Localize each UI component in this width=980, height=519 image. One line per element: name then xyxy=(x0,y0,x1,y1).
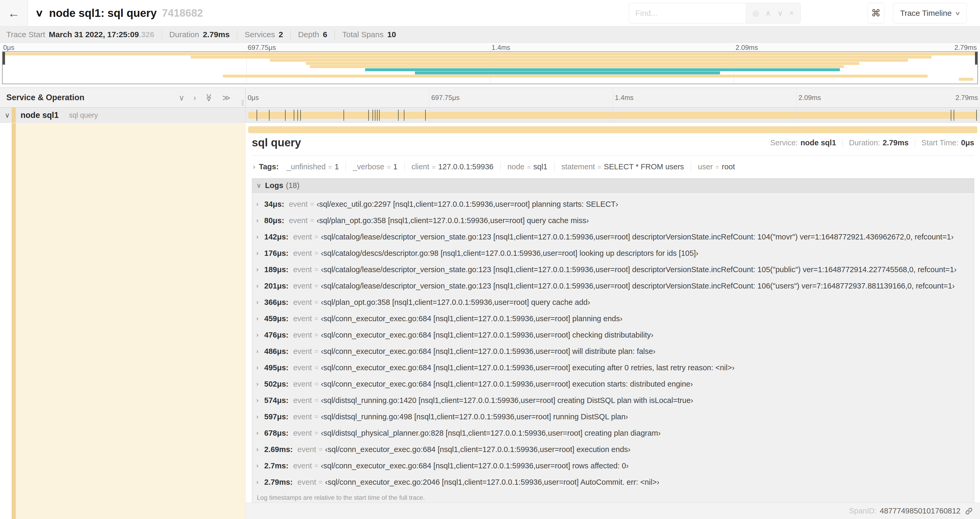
log-entry[interactable]: ›597μs:event=‹sql/distsql_running.go:498… xyxy=(256,409,971,425)
tag-item[interactable]: user=root xyxy=(698,163,735,171)
chevron-right-icon: › xyxy=(256,217,263,224)
log-entry[interactable]: ›34μs:event=‹sql/exec_util.go:2297 [nsql… xyxy=(256,196,971,212)
span-detail-accent-background xyxy=(16,123,245,519)
minimap-span-row xyxy=(3,68,977,71)
minimap-tick-label: 1.4ms xyxy=(492,43,510,52)
focus-match-icon[interactable]: ◎ xyxy=(752,9,759,18)
find-input[interactable] xyxy=(629,3,746,23)
minimap-span-row xyxy=(3,53,977,55)
log-entry[interactable]: ›476μs:event=‹sql/conn_executor_exec.go:… xyxy=(256,327,971,343)
tag-item[interactable]: statement=SELECT * FROM users xyxy=(562,163,684,171)
log-field-value: ‹sql/catalog/lease/descriptor_version_st… xyxy=(321,265,956,274)
log-timestamp: 486μs: xyxy=(264,347,288,356)
chevron-right-icon: › xyxy=(256,380,263,388)
log-field-name: event xyxy=(293,462,312,470)
log-entry[interactable]: ›189μs:event=‹sql/catalog/lease/descript… xyxy=(256,261,971,278)
log-field-value: ‹sql/plan_opt.go:358 [nsql1,client=127.0… xyxy=(321,298,590,307)
span-color-stripe xyxy=(11,108,16,123)
log-entry[interactable]: ›502μs:event=‹sql/conn_executor_exec.go:… xyxy=(256,376,971,392)
tag-item[interactable]: client=127.0.0.1:59936 xyxy=(412,163,493,171)
tag-item[interactable]: _verbose=1 xyxy=(353,163,397,171)
tag-key: user xyxy=(698,163,713,171)
log-timestamp: 2.69ms: xyxy=(264,445,293,454)
minimap-span-row xyxy=(3,59,977,62)
prev-result-icon[interactable]: ∧ xyxy=(765,9,771,18)
trace-info-label: Depth xyxy=(298,30,319,39)
keyboard-shortcuts-button[interactable]: ⌘ xyxy=(867,3,885,24)
chevron-right-icon: › xyxy=(256,446,263,453)
clear-search-icon[interactable]: × xyxy=(789,9,794,18)
log-entry[interactable]: ›2.69ms:event=‹sql/conn_executor_exec.go… xyxy=(256,441,971,458)
trace-info-item: Services2 xyxy=(245,30,283,39)
back-button[interactable]: ← xyxy=(0,0,28,26)
log-entry[interactable]: ›459μs:event=‹sql/conn_executor_exec.go:… xyxy=(256,310,971,327)
ruler-tick-label: 2.79ms xyxy=(956,94,978,102)
log-timestamp: 366μs: xyxy=(264,298,288,307)
timeline-ruler: 0μs697.75μs1.4ms2.09ms2.79ms xyxy=(245,88,980,107)
span-log-tick xyxy=(285,110,286,121)
log-entry[interactable]: ›2.7ms:event=‹sql/conn_executor_exec.go:… xyxy=(256,458,971,474)
log-field-value: ‹sql/distsql_running.go:1420 [nsql1,clie… xyxy=(321,396,694,405)
timeline-gridline xyxy=(429,88,430,107)
log-field-name: event xyxy=(298,478,316,487)
minimap-canvas[interactable] xyxy=(2,51,978,84)
log-field-name: event xyxy=(293,331,312,339)
log-field-name: event xyxy=(293,363,312,372)
collapse-one-icon[interactable]: ∨ xyxy=(178,93,185,102)
span-id-label: SpanID: xyxy=(849,506,877,515)
minimap-span-bar xyxy=(3,53,977,55)
expand-one-icon[interactable]: › xyxy=(193,93,196,102)
tags-section[interactable]: › Tags: _unfinished=1_verbose=1client=12… xyxy=(252,161,974,172)
trace-info-label: Services xyxy=(245,30,275,39)
log-equals: = xyxy=(315,348,318,355)
log-equals: = xyxy=(315,266,318,273)
log-equals: = xyxy=(319,446,323,453)
deep-link-icon[interactable] xyxy=(965,507,973,515)
log-entry[interactable]: ›2.79ms:event=‹sql/conn_executor_exec.go… xyxy=(256,474,971,490)
trace-collapse-icon[interactable]: ∨ xyxy=(35,8,44,19)
chevron-right-icon: › xyxy=(256,233,263,241)
span-log-tick xyxy=(344,110,344,121)
log-entry[interactable]: ›80μs:event=‹sql/plan_opt.go:358 [nsql1,… xyxy=(256,212,971,228)
span-collapse-icon[interactable]: ∨ xyxy=(5,111,10,119)
log-entry[interactable]: ›486μs:event=‹sql/conn_executor_exec.go:… xyxy=(256,343,971,359)
log-entry[interactable]: ›142μs:event=‹sql/catalog/lease/descript… xyxy=(256,228,971,245)
log-timestamp: 189μs: xyxy=(264,265,288,274)
column-resizer-grip[interactable]: ∥ xyxy=(241,99,244,106)
log-timestamp: 597μs: xyxy=(264,412,288,421)
log-field-value: ‹sql/distsql_physical_planner.go:828 [ns… xyxy=(321,429,661,438)
chevron-right-icon: › xyxy=(256,462,263,469)
log-entry[interactable]: ›176μs:event=‹sql/catalog/descs/descript… xyxy=(256,245,971,261)
logs-header[interactable]: ∨ Logs (18) xyxy=(252,179,974,193)
span-detail-card: sql query Service:node sql1Duration:2.79… xyxy=(252,136,974,506)
span-row[interactable]: ∨ node sql1 sql query xyxy=(0,108,980,123)
minimap-left-scrubber[interactable] xyxy=(3,52,5,65)
minimap-tick-label: 2.79ms xyxy=(955,43,977,52)
minimap-span-row xyxy=(3,65,977,68)
tag-item[interactable]: node=sql1 xyxy=(508,163,547,171)
chevron-right-icon: › xyxy=(256,397,263,404)
tag-value: 127.0.0.1:59936 xyxy=(438,163,494,171)
collapse-all-icon[interactable]: ≫ xyxy=(204,93,214,102)
trace-info-value: 10 xyxy=(387,30,396,39)
minimap-right-scrubber[interactable] xyxy=(975,52,977,65)
expand-all-icon[interactable]: ≫ xyxy=(222,93,231,102)
log-entry[interactable]: ›201μs:event=‹sql/catalog/lease/descript… xyxy=(256,278,971,294)
log-field-value: ‹sql/exec_util.go:2297 [nsql1,client=127… xyxy=(317,200,618,209)
next-result-icon[interactable]: ∨ xyxy=(777,9,783,18)
chevron-right-icon: › xyxy=(256,266,263,273)
tag-equals: = xyxy=(387,163,391,171)
span-service-name: node sql1 xyxy=(21,110,59,120)
log-entry[interactable]: ›678μs:event=‹sql/distsql_physical_plann… xyxy=(256,425,971,441)
tag-key: _verbose xyxy=(353,163,384,171)
logs-list: ›34μs:event=‹sql/exec_util.go:2297 [nsql… xyxy=(252,193,974,506)
trace-view-selector[interactable]: Trace Timeline ∨ xyxy=(893,3,967,24)
log-entry[interactable]: ›495μs:event=‹sql/conn_executor_exec.go:… xyxy=(256,359,971,376)
log-equals: = xyxy=(315,413,318,420)
span-log-tick xyxy=(951,110,951,121)
log-entry[interactable]: ›366μs:event=‹sql/plan_opt.go:358 [nsql1… xyxy=(256,294,971,310)
tag-item[interactable]: _unfinished=1 xyxy=(286,163,339,171)
log-equals: = xyxy=(315,462,318,469)
expanded-span-bar[interactable] xyxy=(248,126,977,133)
log-entry[interactable]: ›574μs:event=‹sql/distsql_running.go:142… xyxy=(256,392,971,409)
